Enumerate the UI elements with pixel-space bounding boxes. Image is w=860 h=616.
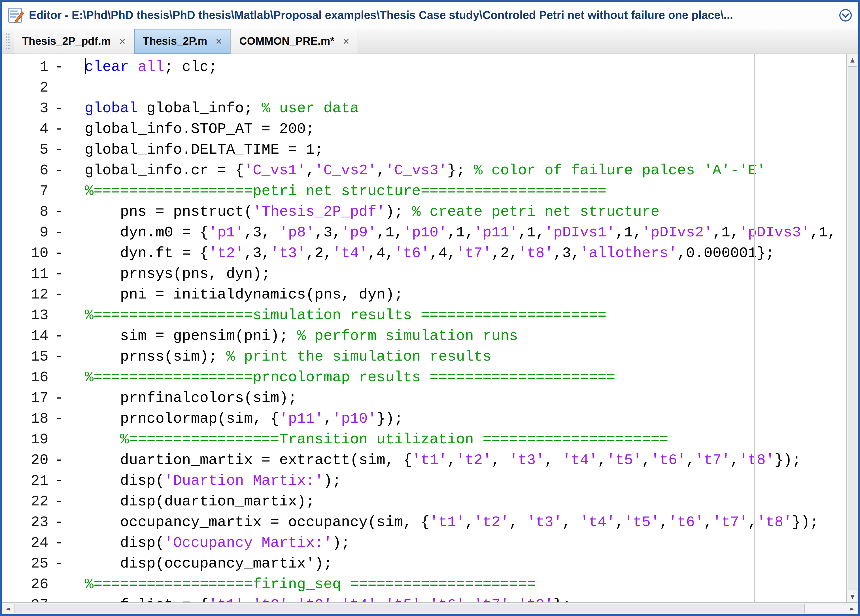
code-text: duartion_martix = extractt(sim, {'t1','t… bbox=[69, 450, 801, 471]
breakpoint-marker[interactable]: - bbox=[49, 409, 69, 429]
code-line: 4-global_info.STOP_AT = 200; bbox=[2, 119, 846, 140]
code-line: 27 f_list = {'t1','t2','t3','t4','t5','t… bbox=[2, 595, 846, 602]
breakpoint-marker[interactable]: - bbox=[49, 57, 69, 77]
line-number: 20 bbox=[2, 450, 49, 471]
tab-label: Thesis_2P_pdf.m bbox=[22, 35, 111, 47]
breakpoint-marker[interactable]: - bbox=[49, 243, 69, 264]
breakpoint-marker[interactable]: - bbox=[49, 264, 69, 284]
matlab-editor-window: Editor - E:\Phd\PhD thesis\PhD thesis\Ma… bbox=[0, 0, 860, 616]
horizontal-scrollbar[interactable]: ◄ ► bbox=[2, 602, 858, 614]
breakpoint-marker[interactable]: - bbox=[49, 553, 69, 574]
code-text: %==================petri net structure==… bbox=[69, 181, 606, 201]
code-line: 16%==================prncolormap results… bbox=[2, 367, 846, 388]
code-line: 10- dyn.ft = {'t2',3,'t3',2,'t4',4,'t6',… bbox=[2, 243, 846, 264]
tab-thesis-2p[interactable]: Thesis_2P.m × bbox=[134, 29, 231, 53]
breakpoint-marker bbox=[49, 595, 69, 602]
code-text: dyn.m0 = {'p1',3, 'p8',3,'p9',1,'p10',1,… bbox=[69, 222, 836, 243]
code-text: prncolormap(sim, {'p11','p10'}); bbox=[69, 409, 403, 429]
line-number: 7 bbox=[2, 181, 49, 201]
code-line: 25- disp(occupancy_martix'); bbox=[2, 553, 846, 574]
line-number: 19 bbox=[2, 429, 49, 450]
tab-common-pre[interactable]: COMMON_PRE.m* × bbox=[231, 29, 358, 53]
code-line: 13%==================simulation results … bbox=[2, 305, 846, 326]
code-text: occupancy_martix = occupancy(sim, {'t1',… bbox=[69, 512, 819, 533]
code-line: 22- disp(duartion_martix); bbox=[2, 491, 846, 512]
scroll-left-icon[interactable]: ◄ bbox=[2, 603, 14, 614]
breakpoint-marker[interactable]: - bbox=[49, 533, 69, 553]
line-number: 10 bbox=[2, 243, 49, 264]
tab-close-icon[interactable]: × bbox=[119, 36, 126, 47]
code-line: 12- pni = initialdynamics(pns, dyn); bbox=[2, 284, 846, 305]
line-number: 5 bbox=[2, 140, 49, 160]
code-text: global_info.cr = {'C_vs1','C_vs2','C_vs3… bbox=[69, 160, 766, 181]
breakpoint-marker bbox=[49, 574, 69, 595]
code-line: 8- pns = pnstruct('Thesis_2P_pdf'); % cr… bbox=[2, 201, 846, 222]
scroll-right-icon[interactable]: ► bbox=[846, 603, 858, 614]
code-line: 26%==================firing_seq ========… bbox=[2, 574, 846, 595]
line-number: 11 bbox=[2, 264, 49, 284]
line-number: 4 bbox=[2, 119, 49, 140]
horizontal-scrollbar-track[interactable] bbox=[805, 603, 846, 614]
code-text: disp(duartion_martix); bbox=[69, 491, 314, 512]
line-number: 8 bbox=[2, 201, 49, 222]
breakpoint-marker[interactable]: - bbox=[49, 512, 69, 533]
breakpoint-marker[interactable]: - bbox=[49, 326, 69, 346]
code-line: 7%==================petri net structure=… bbox=[2, 181, 846, 201]
line-number: 25 bbox=[2, 553, 49, 574]
code-editor[interactable]: 1-clear all; clc;23-global global_info; … bbox=[2, 54, 846, 602]
code-line: 23- occupancy_martix = occupancy(sim, {'… bbox=[2, 512, 846, 533]
window-actions-icon[interactable] bbox=[838, 8, 853, 22]
tab-thesis-2p-pdf[interactable]: Thesis_2P_pdf.m × bbox=[14, 29, 134, 53]
line-number: 16 bbox=[2, 367, 49, 388]
line-number: 24 bbox=[2, 533, 49, 553]
code-text: dyn.ft = {'t2',3,'t3',2,'t4',4,'t6',4,'t… bbox=[69, 243, 774, 264]
code-text: pns = pnstruct('Thesis_2P_pdf'); % creat… bbox=[69, 201, 659, 222]
breakpoint-marker[interactable]: - bbox=[49, 491, 69, 512]
breakpoint-marker[interactable]: - bbox=[49, 119, 69, 140]
scroll-down-icon[interactable]: ▼ bbox=[847, 591, 858, 602]
scroll-up-icon[interactable]: ▲ bbox=[847, 54, 858, 66]
vertical-scrollbar-thumb[interactable] bbox=[848, 66, 857, 590]
breakpoint-marker[interactable]: - bbox=[49, 98, 69, 119]
code-line: 21- disp('Duartion Martix:'); bbox=[2, 471, 846, 491]
line-number: 1 bbox=[2, 57, 49, 77]
breakpoint-marker bbox=[49, 429, 69, 450]
code-text: global global_info; % user data bbox=[69, 98, 359, 119]
line-number: 14 bbox=[2, 326, 49, 346]
breakpoint-marker[interactable]: - bbox=[49, 284, 69, 305]
line-number: 2 bbox=[2, 77, 49, 98]
code-text: sim = gpensim(pni); % perform simulation… bbox=[69, 326, 518, 346]
breakpoint-marker[interactable]: - bbox=[49, 160, 69, 181]
code-line: 2 bbox=[2, 77, 846, 98]
breakpoint-marker[interactable]: - bbox=[49, 388, 69, 409]
code-text: %=================Transition utilization… bbox=[69, 429, 669, 450]
code-text: prnfinalcolors(sim); bbox=[69, 388, 297, 409]
code-line: 20- duartion_martix = extractt(sim, {'t1… bbox=[2, 450, 846, 471]
code-text: disp('Duartion Martix:'); bbox=[69, 471, 341, 491]
code-line: 5-global_info.DELTA_TIME = 1; bbox=[2, 140, 846, 160]
code-line: 9- dyn.m0 = {'p1',3, 'p8',3,'p9',1,'p10'… bbox=[2, 222, 846, 243]
code-line: 6-global_info.cr = {'C_vs1','C_vs2','C_v… bbox=[2, 160, 846, 181]
code-text: disp('Occupancy Martix:'); bbox=[69, 533, 350, 553]
code-text: %==================prncolormap results =… bbox=[69, 367, 615, 388]
breakpoint-marker bbox=[49, 305, 69, 326]
tab-bar: Thesis_2P_pdf.m × Thesis_2P.m × COMMON_P… bbox=[2, 29, 858, 54]
breakpoint-marker[interactable]: - bbox=[49, 450, 69, 471]
editor-body: 1-clear all; clc;23-global global_info; … bbox=[2, 54, 858, 602]
code-line: 11- prnsys(pns, dyn); bbox=[2, 264, 846, 284]
breakpoint-marker[interactable]: - bbox=[49, 471, 69, 491]
breakpoint-marker[interactable]: - bbox=[49, 222, 69, 243]
breakpoint-marker[interactable]: - bbox=[49, 140, 69, 160]
editor-app-icon bbox=[7, 7, 24, 24]
tabbar-drag-handle[interactable] bbox=[6, 33, 9, 49]
tab-close-icon[interactable]: × bbox=[343, 36, 349, 47]
breakpoint-marker[interactable]: - bbox=[49, 201, 69, 222]
code-text: %==================simulation results ==… bbox=[69, 305, 606, 326]
code-line: 17- prnfinalcolors(sim); bbox=[2, 388, 846, 409]
vertical-scrollbar[interactable]: ▲ ▼ bbox=[846, 54, 858, 602]
tab-close-icon[interactable]: × bbox=[216, 36, 222, 47]
line-number: 26 bbox=[2, 574, 49, 595]
horizontal-scrollbar-thumb[interactable] bbox=[14, 604, 805, 613]
breakpoint-marker[interactable]: - bbox=[49, 346, 69, 367]
code-text: disp(occupancy_martix'); bbox=[69, 553, 333, 574]
